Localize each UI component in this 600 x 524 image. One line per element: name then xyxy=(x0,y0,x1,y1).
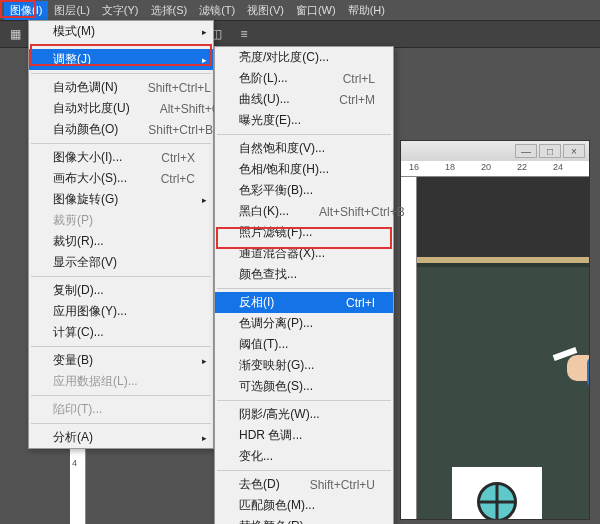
label: 色阶(L)... xyxy=(239,70,288,87)
label: 亮度/对比度(C)... xyxy=(239,49,329,66)
adjustments-submenu: 亮度/对比度(C)... 色阶(L)...Ctrl+L 曲线(U)...Ctrl… xyxy=(214,46,394,524)
menu-item-hdr[interactable]: HDR 色调... xyxy=(215,425,393,446)
menu-item-hue-sat[interactable]: 色相/饱和度(H)... xyxy=(215,159,393,180)
menu-layer[interactable]: 图层(L) xyxy=(48,1,95,20)
menu-item-levels[interactable]: 色阶(L)...Ctrl+L xyxy=(215,68,393,89)
label: 显示全部(V) xyxy=(53,254,117,271)
menu-item-variables[interactable]: 变量(B)▸ xyxy=(29,350,213,371)
label: 自然饱和度(V)... xyxy=(239,140,325,157)
close-button[interactable]: × xyxy=(563,144,585,158)
label: 自动对比度(U) xyxy=(53,100,130,117)
menu-item-calculations[interactable]: 计算(C)... xyxy=(29,322,213,343)
menu-item-curves[interactable]: 曲线(U)...Ctrl+M xyxy=(215,89,393,110)
submenu-arrow-icon: ▸ xyxy=(202,27,207,37)
menu-item-trim[interactable]: 裁切(R)... xyxy=(29,231,213,252)
ruler-tick: 24 xyxy=(553,162,563,172)
flow-icon[interactable]: ≡ xyxy=(235,25,253,43)
menu-separator xyxy=(217,470,391,471)
menu-select[interactable]: 选择(S) xyxy=(145,1,194,20)
hand-palm xyxy=(567,355,589,381)
ruler-vertical-doc xyxy=(401,177,417,519)
maximize-button[interactable]: □ xyxy=(539,144,561,158)
label: 变量(B) xyxy=(53,352,93,369)
shortcut: Shift+Ctrl+L xyxy=(148,81,211,95)
menu-item-shadows[interactable]: 阴影/高光(W)... xyxy=(215,404,393,425)
shortcut: Shift+Ctrl+B xyxy=(148,123,213,137)
menu-item-crop: 裁剪(P) xyxy=(29,210,213,231)
menu-item-auto-contrast[interactable]: 自动对比度(U)Alt+Shift+Ctrl+L xyxy=(29,98,213,119)
shortcut: Alt+Shift+Ctrl+B xyxy=(319,205,405,219)
menu-text[interactable]: 文字(Y) xyxy=(96,1,145,20)
menu-item-mode[interactable]: 模式(M)▸ xyxy=(29,21,213,42)
sleeve xyxy=(587,357,589,387)
menu-separator xyxy=(31,143,211,144)
submenu-arrow-icon: ▸ xyxy=(202,195,207,205)
menu-item-threshold[interactable]: 阈值(T)... xyxy=(215,334,393,355)
menu-window[interactable]: 窗口(W) xyxy=(290,1,342,20)
menu-item-desaturate[interactable]: 去色(D)Shift+Ctrl+U xyxy=(215,474,393,495)
label: 色相/饱和度(H)... xyxy=(239,161,329,178)
menu-item-variations[interactable]: 变化... xyxy=(215,446,393,467)
tool-preset-icon[interactable]: ▦ xyxy=(6,25,24,43)
menu-item-brightness[interactable]: 亮度/对比度(C)... xyxy=(215,47,393,68)
basketball-icon xyxy=(477,482,517,519)
label: 计算(C)... xyxy=(53,324,104,341)
menu-item-apply-image[interactable]: 应用图像(Y)... xyxy=(29,301,213,322)
shortcut: Ctrl+L xyxy=(343,72,375,86)
label: 阈值(T)... xyxy=(239,336,288,353)
menu-separator xyxy=(31,395,211,396)
menu-item-vibrance[interactable]: 自然饱和度(V)... xyxy=(215,138,393,159)
menu-item-apply-dataset: 应用数据组(L)... xyxy=(29,371,213,392)
menu-item-auto-tone[interactable]: 自动色调(N)Shift+Ctrl+L xyxy=(29,77,213,98)
menu-item-auto-color[interactable]: 自动颜色(O)Shift+Ctrl+B xyxy=(29,119,213,140)
minimize-button[interactable]: — xyxy=(515,144,537,158)
label: 裁剪(P) xyxy=(53,212,93,229)
label: 通道混合器(X)... xyxy=(239,245,325,262)
menu-separator xyxy=(31,276,211,277)
menu-separator xyxy=(31,73,211,74)
canvas[interactable] xyxy=(417,177,589,519)
menu-item-canvas-size[interactable]: 画布大小(S)...Ctrl+C xyxy=(29,168,213,189)
label: 可选颜色(S)... xyxy=(239,378,313,395)
menu-filter[interactable]: 滤镜(T) xyxy=(193,1,241,20)
label: 复制(D)... xyxy=(53,282,104,299)
menu-item-selective-color[interactable]: 可选颜色(S)... xyxy=(215,376,393,397)
menu-item-black-white[interactable]: 黑白(K)...Alt+Shift+Ctrl+B xyxy=(215,201,393,222)
ruler-tick: 18 xyxy=(445,162,455,172)
menu-item-color-balance[interactable]: 色彩平衡(B)... xyxy=(215,180,393,201)
paper-sketch xyxy=(452,467,542,519)
document-window: — □ × 16 18 20 22 24 xyxy=(400,140,590,520)
menu-item-photo-filter[interactable]: 照片滤镜(F)... xyxy=(215,222,393,243)
ruler-tick: 22 xyxy=(517,162,527,172)
menu-separator xyxy=(217,400,391,401)
menu-item-reveal-all[interactable]: 显示全部(V) xyxy=(29,252,213,273)
label: 照片滤镜(F)... xyxy=(239,224,312,241)
menu-item-image-size[interactable]: 图像大小(I)...Ctrl+X xyxy=(29,147,213,168)
menu-image[interactable]: 图像(I) xyxy=(4,1,48,20)
menu-item-invert[interactable]: 反相(I)Ctrl+I xyxy=(215,292,393,313)
menu-item-analysis[interactable]: 分析(A)▸ xyxy=(29,427,213,448)
shortcut: Shift+Ctrl+U xyxy=(310,478,375,492)
menu-item-color-lookup[interactable]: 颜色查找... xyxy=(215,264,393,285)
menu-item-channel-mixer[interactable]: 通道混合器(X)... xyxy=(215,243,393,264)
menu-item-adjustments[interactable]: 调整(J)▸ xyxy=(29,49,213,70)
menu-item-trap: 陷印(T)... xyxy=(29,399,213,420)
label: 曝光度(E)... xyxy=(239,112,301,129)
menu-item-match-color[interactable]: 匹配颜色(M)... xyxy=(215,495,393,516)
menu-item-posterize[interactable]: 色调分离(P)... xyxy=(215,313,393,334)
menu-item-exposure[interactable]: 曝光度(E)... xyxy=(215,110,393,131)
label: 去色(D) xyxy=(239,476,280,493)
label: 阴影/高光(W)... xyxy=(239,406,320,423)
menu-view[interactable]: 视图(V) xyxy=(241,1,290,20)
menu-item-duplicate[interactable]: 复制(D)... xyxy=(29,280,213,301)
menu-help[interactable]: 帮助(H) xyxy=(342,1,391,20)
label: 裁切(R)... xyxy=(53,233,104,250)
label: 分析(A) xyxy=(53,429,93,446)
shortcut: Ctrl+C xyxy=(161,172,195,186)
label: HDR 色调... xyxy=(239,427,302,444)
label: 调整(J) xyxy=(53,51,91,68)
menu-item-gradient-map[interactable]: 渐变映射(G)... xyxy=(215,355,393,376)
menu-item-replace-color[interactable]: 替换颜色(R)... xyxy=(215,516,393,524)
label: 替换颜色(R)... xyxy=(239,518,314,524)
menu-item-image-rotation[interactable]: 图像旋转(G)▸ xyxy=(29,189,213,210)
